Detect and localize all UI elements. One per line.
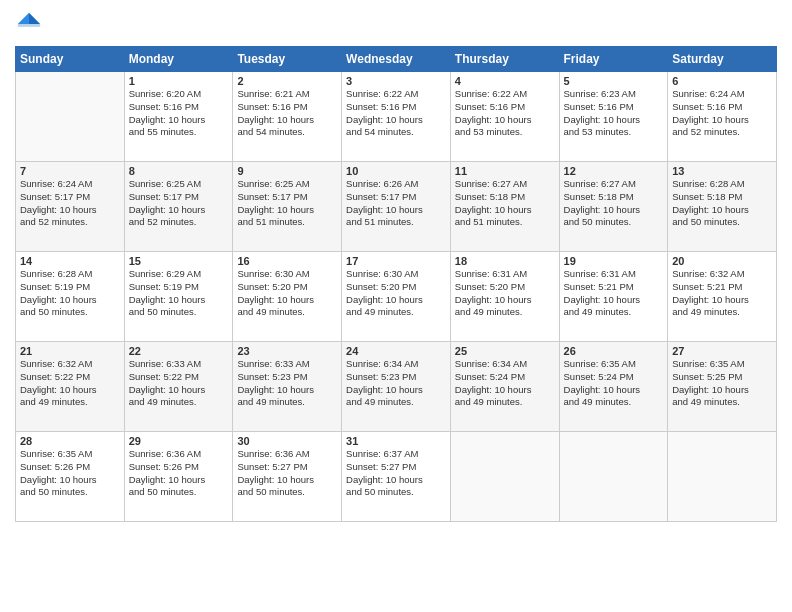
- day-number: 10: [346, 165, 446, 177]
- day-info: Sunrise: 6:30 AMSunset: 5:20 PMDaylight:…: [237, 268, 337, 319]
- weekday-header-wednesday: Wednesday: [342, 47, 451, 72]
- calendar-cell: [559, 432, 668, 522]
- day-number: 13: [672, 165, 772, 177]
- day-number: 26: [564, 345, 664, 357]
- calendar-cell: 3Sunrise: 6:22 AMSunset: 5:16 PMDaylight…: [342, 72, 451, 162]
- day-number: 19: [564, 255, 664, 267]
- day-info: Sunrise: 6:30 AMSunset: 5:20 PMDaylight:…: [346, 268, 446, 319]
- calendar-cell: 20Sunrise: 6:32 AMSunset: 5:21 PMDayligh…: [668, 252, 777, 342]
- day-info: Sunrise: 6:23 AMSunset: 5:16 PMDaylight:…: [564, 88, 664, 139]
- day-number: 30: [237, 435, 337, 447]
- day-number: 20: [672, 255, 772, 267]
- day-info: Sunrise: 6:32 AMSunset: 5:21 PMDaylight:…: [672, 268, 772, 319]
- calendar-cell: 13Sunrise: 6:28 AMSunset: 5:18 PMDayligh…: [668, 162, 777, 252]
- day-info: Sunrise: 6:35 AMSunset: 5:26 PMDaylight:…: [20, 448, 120, 499]
- day-info: Sunrise: 6:35 AMSunset: 5:24 PMDaylight:…: [564, 358, 664, 409]
- day-info: Sunrise: 6:24 AMSunset: 5:17 PMDaylight:…: [20, 178, 120, 229]
- day-number: 3: [346, 75, 446, 87]
- calendar-cell: 15Sunrise: 6:29 AMSunset: 5:19 PMDayligh…: [124, 252, 233, 342]
- calendar-cell: 11Sunrise: 6:27 AMSunset: 5:18 PMDayligh…: [450, 162, 559, 252]
- day-info: Sunrise: 6:26 AMSunset: 5:17 PMDaylight:…: [346, 178, 446, 229]
- calendar-cell: 18Sunrise: 6:31 AMSunset: 5:20 PMDayligh…: [450, 252, 559, 342]
- day-number: 28: [20, 435, 120, 447]
- calendar-cell: 5Sunrise: 6:23 AMSunset: 5:16 PMDaylight…: [559, 72, 668, 162]
- day-info: Sunrise: 6:28 AMSunset: 5:19 PMDaylight:…: [20, 268, 120, 319]
- day-number: 16: [237, 255, 337, 267]
- calendar-cell: 24Sunrise: 6:34 AMSunset: 5:23 PMDayligh…: [342, 342, 451, 432]
- day-number: 4: [455, 75, 555, 87]
- calendar-cell: 23Sunrise: 6:33 AMSunset: 5:23 PMDayligh…: [233, 342, 342, 432]
- day-info: Sunrise: 6:31 AMSunset: 5:21 PMDaylight:…: [564, 268, 664, 319]
- day-info: Sunrise: 6:25 AMSunset: 5:17 PMDaylight:…: [129, 178, 229, 229]
- calendar-table: SundayMondayTuesdayWednesdayThursdayFrid…: [15, 46, 777, 522]
- calendar-cell: 21Sunrise: 6:32 AMSunset: 5:22 PMDayligh…: [16, 342, 125, 432]
- calendar-cell: 8Sunrise: 6:25 AMSunset: 5:17 PMDaylight…: [124, 162, 233, 252]
- calendar-cell: 4Sunrise: 6:22 AMSunset: 5:16 PMDaylight…: [450, 72, 559, 162]
- calendar-cell: 10Sunrise: 6:26 AMSunset: 5:17 PMDayligh…: [342, 162, 451, 252]
- day-number: 2: [237, 75, 337, 87]
- calendar-week-row: 21Sunrise: 6:32 AMSunset: 5:22 PMDayligh…: [16, 342, 777, 432]
- day-number: 5: [564, 75, 664, 87]
- svg-marker-0: [29, 13, 40, 24]
- calendar-cell: 17Sunrise: 6:30 AMSunset: 5:20 PMDayligh…: [342, 252, 451, 342]
- day-number: 25: [455, 345, 555, 357]
- day-number: 8: [129, 165, 229, 177]
- calendar-week-row: 7Sunrise: 6:24 AMSunset: 5:17 PMDaylight…: [16, 162, 777, 252]
- day-info: Sunrise: 6:35 AMSunset: 5:25 PMDaylight:…: [672, 358, 772, 409]
- calendar-cell: [668, 432, 777, 522]
- day-info: Sunrise: 6:33 AMSunset: 5:23 PMDaylight:…: [237, 358, 337, 409]
- day-info: Sunrise: 6:33 AMSunset: 5:22 PMDaylight:…: [129, 358, 229, 409]
- calendar-cell: [450, 432, 559, 522]
- day-info: Sunrise: 6:34 AMSunset: 5:24 PMDaylight:…: [455, 358, 555, 409]
- day-number: 6: [672, 75, 772, 87]
- calendar-cell: 14Sunrise: 6:28 AMSunset: 5:19 PMDayligh…: [16, 252, 125, 342]
- calendar-cell: 31Sunrise: 6:37 AMSunset: 5:27 PMDayligh…: [342, 432, 451, 522]
- svg-rect-2: [18, 24, 40, 27]
- day-number: 11: [455, 165, 555, 177]
- calendar-cell: 22Sunrise: 6:33 AMSunset: 5:22 PMDayligh…: [124, 342, 233, 432]
- day-number: 12: [564, 165, 664, 177]
- weekday-header-monday: Monday: [124, 47, 233, 72]
- day-info: Sunrise: 6:21 AMSunset: 5:16 PMDaylight:…: [237, 88, 337, 139]
- calendar-cell: 12Sunrise: 6:27 AMSunset: 5:18 PMDayligh…: [559, 162, 668, 252]
- header: [15, 10, 777, 38]
- day-number: 23: [237, 345, 337, 357]
- day-info: Sunrise: 6:20 AMSunset: 5:16 PMDaylight:…: [129, 88, 229, 139]
- day-info: Sunrise: 6:32 AMSunset: 5:22 PMDaylight:…: [20, 358, 120, 409]
- calendar-cell: 2Sunrise: 6:21 AMSunset: 5:16 PMDaylight…: [233, 72, 342, 162]
- calendar-cell: 25Sunrise: 6:34 AMSunset: 5:24 PMDayligh…: [450, 342, 559, 432]
- day-number: 1: [129, 75, 229, 87]
- day-number: 31: [346, 435, 446, 447]
- day-info: Sunrise: 6:25 AMSunset: 5:17 PMDaylight:…: [237, 178, 337, 229]
- calendar-week-row: 28Sunrise: 6:35 AMSunset: 5:26 PMDayligh…: [16, 432, 777, 522]
- calendar-cell: 30Sunrise: 6:36 AMSunset: 5:27 PMDayligh…: [233, 432, 342, 522]
- calendar-cell: 1Sunrise: 6:20 AMSunset: 5:16 PMDaylight…: [124, 72, 233, 162]
- day-number: 27: [672, 345, 772, 357]
- calendar-cell: 28Sunrise: 6:35 AMSunset: 5:26 PMDayligh…: [16, 432, 125, 522]
- day-info: Sunrise: 6:22 AMSunset: 5:16 PMDaylight:…: [346, 88, 446, 139]
- logo: [15, 10, 47, 38]
- day-number: 24: [346, 345, 446, 357]
- weekday-header-friday: Friday: [559, 47, 668, 72]
- calendar-week-row: 1Sunrise: 6:20 AMSunset: 5:16 PMDaylight…: [16, 72, 777, 162]
- day-info: Sunrise: 6:27 AMSunset: 5:18 PMDaylight:…: [455, 178, 555, 229]
- calendar-cell: 16Sunrise: 6:30 AMSunset: 5:20 PMDayligh…: [233, 252, 342, 342]
- day-info: Sunrise: 6:28 AMSunset: 5:18 PMDaylight:…: [672, 178, 772, 229]
- day-number: 17: [346, 255, 446, 267]
- day-number: 22: [129, 345, 229, 357]
- calendar-cell: 9Sunrise: 6:25 AMSunset: 5:17 PMDaylight…: [233, 162, 342, 252]
- day-number: 29: [129, 435, 229, 447]
- weekday-header-thursday: Thursday: [450, 47, 559, 72]
- calendar-cell: 27Sunrise: 6:35 AMSunset: 5:25 PMDayligh…: [668, 342, 777, 432]
- day-info: Sunrise: 6:29 AMSunset: 5:19 PMDaylight:…: [129, 268, 229, 319]
- day-info: Sunrise: 6:31 AMSunset: 5:20 PMDaylight:…: [455, 268, 555, 319]
- day-info: Sunrise: 6:36 AMSunset: 5:26 PMDaylight:…: [129, 448, 229, 499]
- day-number: 14: [20, 255, 120, 267]
- day-info: Sunrise: 6:36 AMSunset: 5:27 PMDaylight:…: [237, 448, 337, 499]
- day-info: Sunrise: 6:27 AMSunset: 5:18 PMDaylight:…: [564, 178, 664, 229]
- weekday-header-tuesday: Tuesday: [233, 47, 342, 72]
- day-number: 7: [20, 165, 120, 177]
- logo-icon: [15, 10, 43, 38]
- day-number: 9: [237, 165, 337, 177]
- calendar-cell: 19Sunrise: 6:31 AMSunset: 5:21 PMDayligh…: [559, 252, 668, 342]
